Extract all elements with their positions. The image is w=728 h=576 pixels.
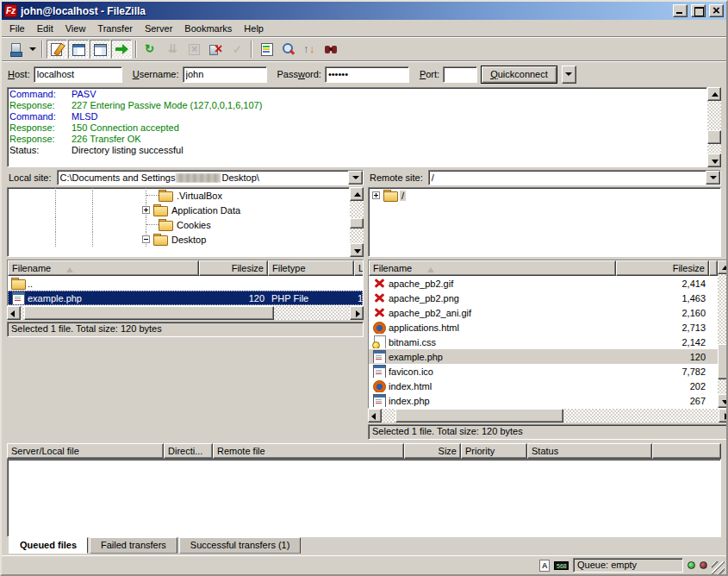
tree-item-cookies[interactable]: Cookies [8, 217, 349, 232]
remote-path-combobox[interactable]: / [428, 170, 721, 185]
remote-horizontal-scrollbar[interactable] [368, 409, 728, 423]
scroll-down-button[interactable] [707, 153, 721, 167]
scroll-down-button[interactable] [718, 394, 728, 408]
menu-view[interactable]: View [59, 22, 92, 35]
scroll-thumb[interactable] [718, 344, 728, 380]
reconnect-button[interactable] [227, 40, 247, 59]
find-files-button[interactable] [320, 40, 341, 59]
scroll-left-button[interactable] [7, 306, 21, 320]
menu-transfer[interactable]: Transfer [91, 22, 139, 35]
directory-comparison-button[interactable] [277, 40, 298, 59]
scroll-track[interactable] [21, 306, 350, 320]
expand-icon[interactable] [142, 206, 150, 214]
cell: 2,414 [616, 279, 709, 289]
toggle-transfer-queue-button[interactable] [111, 40, 132, 59]
file-row--[interactable]: .. [8, 276, 363, 291]
column-header-filesize[interactable]: Filesize [616, 260, 709, 276]
site-manager-dropdown-button[interactable] [27, 40, 38, 59]
column-header-filename[interactable]: Filename [369, 260, 616, 276]
file-row-applications-html[interactable]: applications.html2,713 [369, 320, 718, 335]
remote-list-vertical-scrollbar[interactable] [718, 260, 728, 408]
menu-server[interactable]: Server [139, 22, 178, 35]
scroll-thumb[interactable] [395, 409, 564, 423]
file-row-example-php[interactable]: example.php120 [369, 349, 718, 364]
log-vertical-scrollbar[interactable] [707, 87, 721, 167]
tree-item--virtualbox[interactable]: .VirtualBox [8, 188, 349, 203]
scroll-up-button[interactable] [718, 260, 728, 274]
scroll-right-button[interactable] [350, 306, 364, 320]
password-input[interactable] [325, 66, 409, 83]
menu-file[interactable]: File [3, 22, 31, 35]
scroll-right-button[interactable] [719, 409, 728, 423]
toggle-local-tree-button[interactable] [68, 40, 89, 59]
column-header-filesize[interactable]: Filesize [199, 260, 268, 276]
resize-grip[interactable] [712, 561, 725, 574]
quickconnect-dropdown-button[interactable] [562, 66, 576, 84]
file-row-favicon-ico[interactable]: favicon.ico7,782 [369, 364, 718, 379]
column-header-directi-[interactable]: Directi... [164, 443, 213, 459]
expand-icon[interactable] [372, 191, 380, 199]
process-queue-button[interactable] [162, 40, 183, 59]
file-row-apache_pb2-gif[interactable]: apache_pb2.gif2,414 [369, 276, 718, 291]
scroll-up-button[interactable] [350, 187, 364, 201]
scroll-track[interactable] [350, 201, 364, 243]
statusbar: Queue: empty [2, 555, 726, 574]
toggle-message-log-button[interactable] [47, 40, 67, 59]
minimize-button[interactable] [673, 4, 688, 17]
scroll-track[interactable] [382, 409, 719, 423]
titlebar[interactable]: Fz john@localhost - FileZilla [2, 2, 726, 20]
file-row-apache_pb2-png[interactable]: apache_pb2.png1,463 [369, 291, 718, 305]
filename-cell: apache_pb2.png [369, 291, 616, 304]
username-input[interactable] [183, 66, 267, 83]
host-input[interactable] [34, 66, 122, 83]
file-row-example-php[interactable]: example.php120PHP File1 [8, 291, 363, 305]
scroll-thumb[interactable] [707, 130, 721, 144]
column-header-status[interactable]: Status [527, 443, 652, 459]
menu-edit[interactable]: Edit [31, 22, 59, 35]
tab-successful-transfers-1-[interactable]: Successful transfers (1) [179, 537, 302, 554]
column-header-remote-file[interactable]: Remote file [213, 443, 404, 459]
disconnect-button[interactable] [205, 40, 226, 59]
menu-help[interactable]: Help [238, 22, 270, 35]
site-manager-button[interactable] [5, 40, 26, 59]
column-header-l[interactable]: L [354, 260, 363, 276]
tree-item-root[interactable]: / [369, 188, 720, 203]
tab-queued-files[interactable]: Queued files [9, 537, 88, 554]
scroll-thumb[interactable] [350, 218, 364, 229]
column-header-size[interactable]: Size [404, 443, 461, 459]
process-queue-icon [165, 42, 180, 56]
scroll-thumb[interactable] [24, 306, 274, 320]
synchronized-browsing-button[interactable] [299, 40, 320, 59]
scroll-track[interactable] [707, 101, 721, 153]
scroll-up-button[interactable] [707, 87, 721, 101]
maximize-button[interactable] [691, 4, 706, 17]
file-row-apache_pb2_ani-gif[interactable]: apache_pb2_ani.gif2,160 [369, 305, 718, 320]
scroll-left-button[interactable] [368, 409, 382, 423]
scroll-down-button[interactable] [350, 243, 364, 257]
file-row-index-php[interactable]: index.php267 [369, 393, 718, 408]
local-path-combobox[interactable]: C:\Documents and SettingsDesktop\ [57, 170, 364, 185]
port-input[interactable] [443, 66, 477, 83]
toggle-remote-tree-button[interactable] [90, 40, 110, 59]
file-row-bitnami-css[interactable]: bitnami.css2,142 [369, 335, 718, 349]
cancel-button[interactable] [184, 40, 204, 59]
tree-item-desktop[interactable]: Desktop [8, 232, 349, 247]
close-button[interactable] [709, 4, 724, 17]
column-header-filename[interactable]: Filename [8, 260, 199, 276]
filter-button[interactable] [256, 40, 277, 59]
column-header-server-local-file[interactable]: Server/Local file [7, 443, 164, 459]
tree-item-application-data[interactable]: Application Data [8, 203, 349, 217]
scroll-track[interactable] [718, 274, 728, 394]
column-header-filetype[interactable]: Filetype [268, 260, 354, 276]
quickconnect-button[interactable]: Quickconnect [481, 66, 557, 84]
tab-failed-transfers[interactable]: Failed transfers [90, 537, 177, 554]
collapse-icon[interactable] [142, 235, 150, 243]
menu-bookmarks[interactable]: Bookmarks [178, 22, 238, 35]
local-horizontal-scrollbar[interactable] [7, 306, 364, 320]
local-path-dropdown-button[interactable] [348, 171, 363, 185]
local-tree-vertical-scrollbar[interactable] [350, 187, 364, 257]
refresh-button[interactable] [140, 40, 161, 59]
remote-path-dropdown-button[interactable] [706, 171, 720, 185]
column-header-priority[interactable]: Priority [461, 443, 527, 459]
file-row-index-html[interactable]: index.html202 [369, 379, 718, 393]
